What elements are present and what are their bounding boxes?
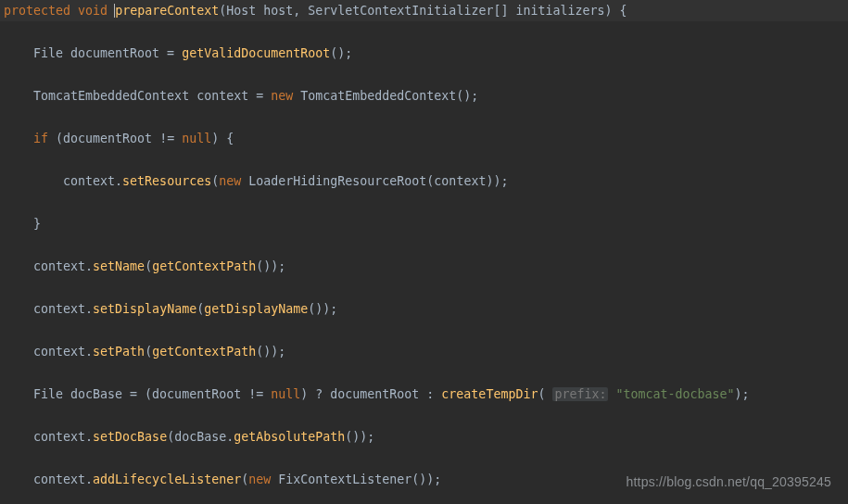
code-line: context.setPath(getContextPath()); xyxy=(0,341,848,362)
code-line: protected void prepareContext(Host host,… xyxy=(0,0,848,21)
params: (Host host, ServletContextInitializer[] … xyxy=(219,4,627,18)
code-line: if (documentRoot != null) { xyxy=(0,128,848,149)
code-editor[interactable]: protected void prepareContext(Host host,… xyxy=(0,0,848,504)
keyword: protected xyxy=(4,4,70,18)
string-literal: "tomcat-docbase" xyxy=(616,387,735,401)
watermark-text: https://blog.csdn.net/qq_20395245 xyxy=(627,472,831,493)
method-name: prepareContext xyxy=(115,4,219,18)
keyword: void xyxy=(78,4,108,18)
code-line: context.setResources(new LoaderHidingRes… xyxy=(0,170,848,192)
code-line: } xyxy=(0,213,848,234)
param-hint: prefix: xyxy=(552,387,608,401)
code-line: TomcatEmbeddedContext context = new Tomc… xyxy=(0,85,848,107)
code-line: context.setDisplayName(getDisplayName())… xyxy=(0,298,848,320)
code-line: context.setDocBase(docBase.getAbsolutePa… xyxy=(0,426,848,447)
code-line: context.setName(getContextPath()); xyxy=(0,256,848,277)
code-line: File docBase = (documentRoot != null) ? … xyxy=(0,384,848,405)
code-line: File documentRoot = getValidDocumentRoot… xyxy=(0,43,848,64)
